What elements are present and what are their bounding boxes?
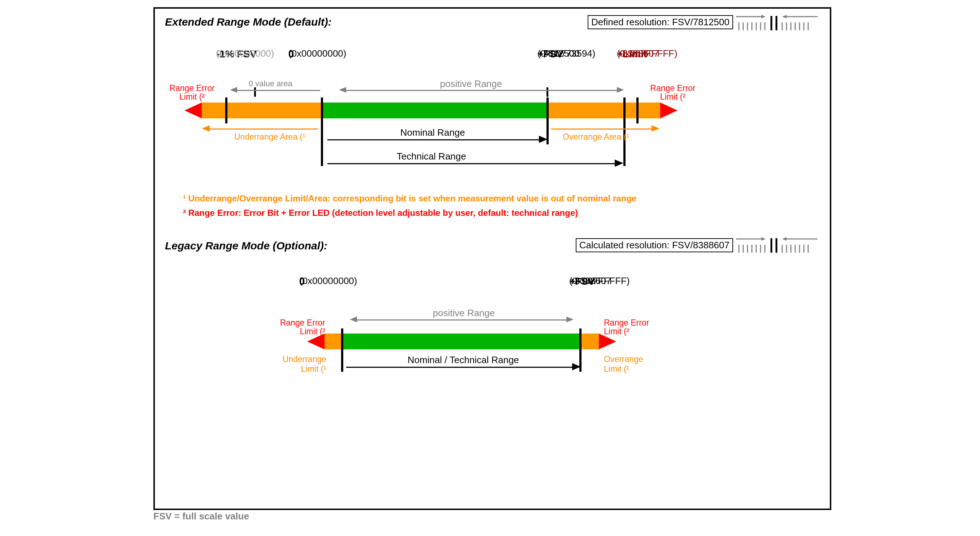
extended-range-bar [202,102,660,118]
legacy-positive-range-arrow-l [350,317,357,322]
fsv-caption: FSV = full scale value [153,511,249,522]
legacy-positive-range-arrow-r [566,317,574,322]
svg-marker-21 [761,237,765,241]
tick-neg1 [254,87,256,97]
legacy-under-segment [325,334,342,349]
footnote-1: ¹ Underrange/Overrange Limit/Area: corre… [183,194,815,204]
technical-range-line [328,163,616,164]
positive-range-arrow-r [617,87,624,93]
legacy-underrange-label: Underrange Limit (¹ [276,355,326,374]
overflow-triangle-icon [660,102,678,118]
footnote-2: ² Range Error: Error Bit + Error LED (de… [183,208,815,218]
nominal-segment [321,102,548,118]
legacy-nominal-line [346,367,573,368]
svg-marker-1 [761,15,765,18]
overrange-segment [548,102,660,118]
diagram-frame: Extended Range Mode (Default): Defined r… [153,7,831,510]
nominal-range-label: Nominal Range [400,127,465,138]
overrange-arrow-head [652,125,659,132]
legacy-nominal-label: Nominal / Technical Range [407,355,519,366]
legacy-over-segment [581,334,599,349]
legacy-title: Legacy Range Mode (Optional): [165,240,328,252]
underrange-segment [202,102,321,118]
underrange-arrow-line [210,129,318,130]
underflow-triangle-icon [185,102,202,118]
legacy-positive-range-line [357,320,566,321]
positive-range-line [346,90,617,91]
zero-value-arrow-line [237,90,320,91]
extended-resolution-box: Defined resolution: FSV/7812500 [588,15,733,29]
vmark-left-edge [225,97,228,123]
underrange-arrow-head [202,125,210,132]
range-error-right: Range Error Limit (² [646,84,700,101]
underrange-label: Underrange Area (¹ [234,132,305,142]
nominal-range-arrow [539,136,547,143]
range-error-left: Range Error Limit (² [165,84,219,101]
zero-value-arrow-head [230,87,237,93]
technical-range-label: Technical Range [397,151,466,162]
legacy-underflow-triangle-icon [307,334,325,349]
legacy-overrange-label: Overrange Limit (¹ [604,355,658,374]
svg-marker-11 [782,15,786,18]
zero-value-area-label: 0 value area [249,79,293,88]
legacy-overflow-triangle-icon [599,334,616,349]
legacy-resolution-ticks-icon [736,237,820,252]
vmark-zero [321,97,323,166]
technical-range-arrow [615,159,624,167]
tick-fsv [546,87,548,97]
overrange-arrow-line [551,129,652,130]
legacy-vmark-zero [341,328,343,372]
vmark-right-edge [636,97,638,123]
vmark-limit [624,97,625,166]
legacy-resolution-box: Calculated resolution: FSV/8388607 [576,238,733,252]
extended-title: Extended Range Mode (Default): [165,16,332,28]
legacy-positive-range-label: positive Range [433,307,495,319]
positive-range-label: positive Range [440,78,502,89]
nominal-range-line [328,139,539,140]
legacy-nominal-arrow [572,363,581,370]
positive-range-arrow-l [339,87,346,93]
legacy-range-bar [325,334,599,349]
legacy-nominal-segment [342,334,581,349]
overrange-label: Overrange Area (¹ [563,132,629,142]
resolution-ticks-icon [736,14,820,30]
svg-marker-31 [782,237,786,241]
